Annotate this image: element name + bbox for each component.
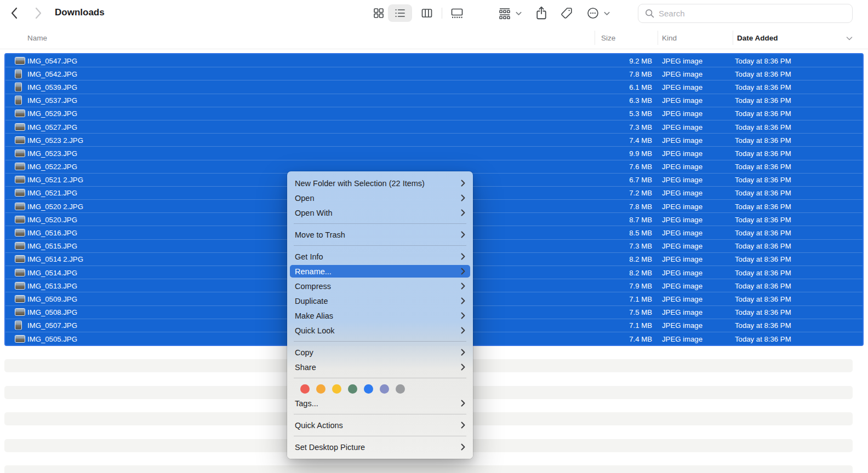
more-options-button[interactable] <box>582 4 614 22</box>
photo-thumbnail-icon <box>15 163 25 170</box>
menu-item-set-desktop-picture[interactable]: Set Desktop Picture <box>287 440 473 454</box>
file-size: 7.4 MB <box>575 136 652 144</box>
file-date-added: Today at 8:36 PM <box>735 215 791 223</box>
file-date-added: Today at 8:36 PM <box>735 308 791 316</box>
file-row[interactable]: IMG_0529.JPG 5.3 MB JPEG image Today at … <box>5 107 863 120</box>
file-row[interactable]: IMG_0527.JPG 7.3 MB JPEG image Today at … <box>5 120 863 133</box>
menu-item-rename[interactable]: Rename... <box>290 265 470 278</box>
gallery-view-button[interactable] <box>444 4 470 22</box>
file-size: 8.7 MB <box>575 215 652 223</box>
file-row[interactable]: IMG_0539.JPG 6.1 MB JPEG image Today at … <box>5 80 863 93</box>
back-button[interactable] <box>7 5 23 21</box>
file-size: 8.5 MB <box>575 229 652 237</box>
menu-item-move-to-trash[interactable]: Move to Trash <box>287 227 473 242</box>
file-kind: JPEG image <box>662 215 703 223</box>
menu-item-open-with[interactable]: Open With <box>287 205 473 220</box>
file-name: IMG_0527.JPG <box>27 123 77 131</box>
file-row[interactable]: IMG_0537.JPG 6.3 MB JPEG image Today at … <box>5 94 863 107</box>
forward-button[interactable] <box>30 5 46 21</box>
menu-item-copy[interactable]: Copy <box>287 345 473 360</box>
empty-row-stripe <box>4 465 853 473</box>
column-header-size[interactable]: Size <box>601 34 615 42</box>
file-size: 6.1 MB <box>575 83 652 91</box>
file-date-added: Today at 8:36 PM <box>735 96 791 105</box>
file-name: IMG_0547.JPG <box>27 56 77 65</box>
photo-thumbnail-icon <box>15 282 25 289</box>
menu-item-duplicate[interactable]: Duplicate <box>287 293 473 308</box>
submenu-chevron-icon <box>461 282 465 290</box>
file-name: IMG_0509.JPG <box>27 295 77 303</box>
column-header-date-added[interactable]: Date Added <box>737 34 778 42</box>
file-row[interactable]: IMG_0547.JPG 9.2 MB JPEG image Today at … <box>5 54 863 67</box>
share-button[interactable] <box>530 4 552 22</box>
tag-color-dot-3[interactable] <box>332 384 341 394</box>
column-divider <box>658 31 658 45</box>
file-kind: JPEG image <box>662 321 703 330</box>
file-size: 7.8 MB <box>575 70 652 78</box>
photo-thumbnail-icon <box>15 137 25 143</box>
file-date-added: Today at 8:36 PM <box>735 189 791 197</box>
group-by-button[interactable] <box>493 4 526 22</box>
file-row[interactable]: IMG_0542.JPG 7.8 MB JPEG image Today at … <box>5 67 863 80</box>
column-view-button[interactable] <box>415 4 438 22</box>
list-view-icon <box>393 7 407 20</box>
file-date-added: Today at 8:36 PM <box>735 321 791 330</box>
column-header-name[interactable]: Name <box>27 34 47 42</box>
sort-direction-chevron-icon[interactable] <box>846 34 853 42</box>
menu-item-get-info[interactable]: Get Info <box>287 249 473 264</box>
tag-color-dot-4[interactable] <box>348 384 357 394</box>
file-size: 7.8 MB <box>575 202 652 210</box>
photo-thumbnail-icon <box>15 243 25 249</box>
file-name: IMG_0508.JPG <box>27 308 77 316</box>
photo-thumbnail-icon <box>15 70 21 78</box>
file-row[interactable]: IMG_0523 2.JPG 7.4 MB JPEG image Today a… <box>5 133 863 146</box>
menu-item-quick-actions[interactable]: Quick Actions <box>287 418 473 432</box>
photo-thumbnail-icon <box>15 336 25 342</box>
chevron-right-icon <box>32 6 44 20</box>
file-size: 8.2 MB <box>575 268 652 276</box>
search-input[interactable] <box>659 9 846 18</box>
menu-item-new-folder-with-selection-22-items[interactable]: New Folder with Selection (22 Items) <box>287 176 473 191</box>
ellipsis-circle-icon <box>586 6 600 20</box>
file-name: IMG_0521.JPG <box>27 189 77 197</box>
list-view-button[interactable] <box>388 4 412 22</box>
file-kind: JPEG image <box>662 268 703 276</box>
photo-thumbnail-icon <box>15 256 25 262</box>
tag-color-dot-7[interactable] <box>396 384 405 394</box>
tags-button[interactable] <box>556 4 578 22</box>
page-title: Downloads <box>55 7 105 18</box>
file-date-added: Today at 8:36 PM <box>735 83 791 91</box>
menu-separator <box>294 245 466 246</box>
photo-thumbnail-icon <box>15 124 25 130</box>
photo-thumbnail-icon <box>15 150 25 157</box>
submenu-chevron-icon <box>461 209 465 216</box>
menu-item-share[interactable]: Share <box>287 360 473 374</box>
file-date-added: Today at 8:36 PM <box>735 163 791 171</box>
column-header-kind[interactable]: Kind <box>662 34 677 42</box>
file-date-added: Today at 8:36 PM <box>735 136 791 144</box>
file-size: 7.1 MB <box>575 295 652 303</box>
magnifier-icon <box>644 8 655 19</box>
icon-view-button[interactable] <box>368 4 389 22</box>
file-kind: JPEG image <box>662 189 703 197</box>
submenu-chevron-icon <box>461 253 465 260</box>
menu-item-compress[interactable]: Compress <box>287 279 473 293</box>
menu-item-make-alias[interactable]: Make Alias <box>287 308 473 323</box>
file-date-added: Today at 8:36 PM <box>735 56 791 65</box>
search-field[interactable] <box>638 4 853 23</box>
tag-color-dot-6[interactable] <box>380 384 389 394</box>
photo-thumbnail-icon <box>15 229 25 236</box>
photo-thumbnail-icon <box>15 321 21 330</box>
submenu-chevron-icon <box>461 180 465 187</box>
menu-item-open[interactable]: Open <box>287 191 473 205</box>
share-icon <box>534 5 549 21</box>
menu-item-tags[interactable]: Tags... <box>287 396 473 411</box>
file-row[interactable]: IMG_0523.JPG 9.9 MB JPEG image Today at … <box>5 146 863 159</box>
tag-color-dot-5[interactable] <box>364 384 373 394</box>
menu-item-quick-look[interactable]: Quick Look <box>287 323 473 338</box>
file-date-added: Today at 8:36 PM <box>735 176 791 184</box>
tag-color-dot-1[interactable] <box>300 384 310 394</box>
file-date-added: Today at 8:36 PM <box>735 268 791 276</box>
tag-color-dot-2[interactable] <box>316 384 326 394</box>
file-kind: JPEG image <box>662 295 703 303</box>
